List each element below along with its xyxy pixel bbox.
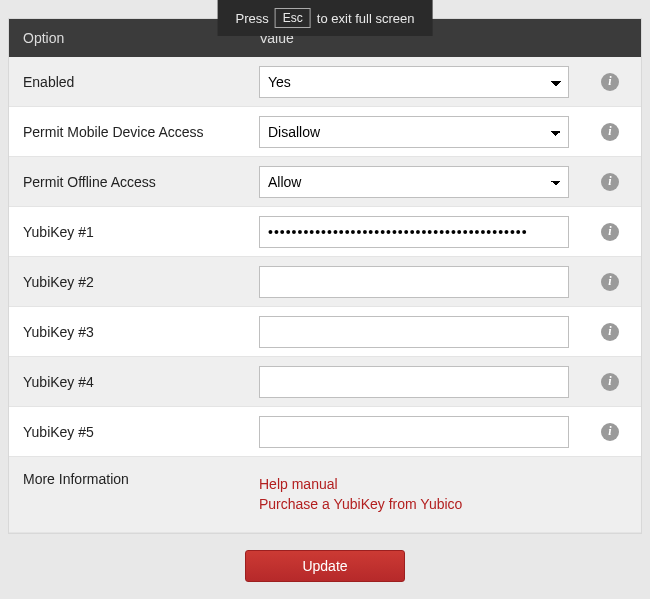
permit-mobile-select[interactable]: Disallow [259,116,569,148]
help-manual-link[interactable]: Help manual [259,475,583,495]
info-icon[interactable]: i [601,373,619,391]
fullscreen-hint: Press Esc to exit full screen [218,0,433,36]
info-icon[interactable]: i [601,423,619,441]
yubikey-4-input[interactable] [259,366,569,398]
label-permit-mobile: Permit Mobile Device Access [9,124,241,140]
label-yubikey-2: YubiKey #2 [9,274,241,290]
label-yubikey-1: YubiKey #1 [9,224,241,240]
label-more-information: More Information [9,467,241,487]
info-icon[interactable]: i [601,323,619,341]
row-more-information: More Information Help manual Purchase a … [9,457,641,533]
label-yubikey-3: YubiKey #3 [9,324,241,340]
update-button[interactable]: Update [245,550,405,582]
info-icon[interactable]: i [601,223,619,241]
esc-key-icon: Esc [275,8,311,28]
fullscreen-pre: Press [236,11,269,26]
row-yubikey-3: YubiKey #3 i [9,307,641,357]
permit-offline-select[interactable]: Allow [259,166,569,198]
info-icon[interactable]: i [601,123,619,141]
label-permit-offline: Permit Offline Access [9,174,241,190]
row-permit-mobile: Permit Mobile Device Access Disallow i [9,107,641,157]
button-bar: Update [0,534,650,598]
header-option: Option [9,30,241,46]
yubikey-1-input[interactable] [259,216,569,248]
row-yubikey-5: YubiKey #5 i [9,407,641,457]
row-yubikey-4: YubiKey #4 i [9,357,641,407]
fullscreen-post: to exit full screen [317,11,415,26]
info-icon[interactable]: i [601,173,619,191]
enabled-select[interactable]: Yes [259,66,569,98]
row-yubikey-1: YubiKey #1 i [9,207,641,257]
label-enabled: Enabled [9,74,241,90]
row-enabled: Enabled Yes i [9,57,641,107]
yubikey-5-input[interactable] [259,416,569,448]
row-yubikey-2: YubiKey #2 i [9,257,641,307]
yubikey-2-input[interactable] [259,266,569,298]
info-icon[interactable]: i [601,273,619,291]
yubikey-3-input[interactable] [259,316,569,348]
row-permit-offline: Permit Offline Access Allow i [9,157,641,207]
label-yubikey-5: YubiKey #5 [9,424,241,440]
settings-panel: Option Value Enabled Yes i Permit Mobile… [8,18,642,534]
label-yubikey-4: YubiKey #4 [9,374,241,390]
info-icon[interactable]: i [601,73,619,91]
purchase-yubikey-link[interactable]: Purchase a YubiKey from Yubico [259,495,583,515]
